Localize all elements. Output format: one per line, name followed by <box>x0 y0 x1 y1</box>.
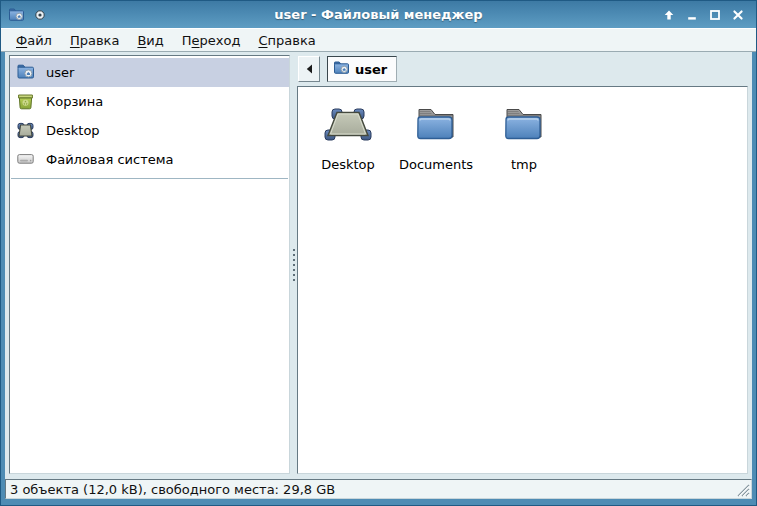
folder-icon <box>412 100 460 148</box>
label-part: правка <box>268 33 316 48</box>
file-name: Documents <box>399 157 473 172</box>
label-part: П <box>182 33 192 48</box>
file-name: Desktop <box>321 157 375 172</box>
triangle-left-icon <box>306 64 313 74</box>
pane-splitter[interactable] <box>290 55 297 474</box>
maximize-icon[interactable] <box>707 7 723 23</box>
file-item-desktop[interactable]: Desktop <box>304 98 392 172</box>
sidebar-item-label: Файловая система <box>46 152 174 167</box>
menu-view[interactable]: Вид <box>128 30 172 51</box>
titlebar[interactable]: user - Файловый менеджер <box>1 1 756 28</box>
home-folder-icon <box>15 63 35 83</box>
desktop-icon <box>324 100 372 148</box>
path-button-label: user <box>355 62 387 77</box>
icon-view[interactable]: Desktop Documents <box>297 86 748 474</box>
menu-help[interactable]: Справка <box>249 30 324 51</box>
label-part: реход <box>200 33 241 48</box>
trash-icon <box>15 92 35 112</box>
statusbar: 3 объекта (12,0 kB), свободного места: 2… <box>5 479 752 499</box>
drive-icon <box>15 150 35 170</box>
path-back-button[interactable] <box>298 56 320 82</box>
window-controls <box>661 7 746 23</box>
label-part: ид <box>146 33 163 48</box>
menubar: Файл Правка Вид Переход Справка <box>1 28 756 52</box>
home-folder-icon <box>333 60 350 78</box>
desktop-icon <box>15 121 35 141</box>
label-part: В <box>137 33 146 48</box>
menu-edit[interactable]: Правка <box>61 30 128 51</box>
shade-icon[interactable] <box>661 7 677 23</box>
label-part: С <box>258 33 267 48</box>
label-part: айл <box>27 33 52 48</box>
file-name: tmp <box>511 157 537 172</box>
folder-icon <box>500 100 548 148</box>
sidebar-item-desktop[interactable]: Desktop <box>10 116 289 145</box>
sidebar-item-label: user <box>46 65 74 80</box>
minimize-icon[interactable] <box>684 7 700 23</box>
window-body: user Корзина <box>5 52 752 499</box>
sidebar-item-trash[interactable]: Корзина <box>10 87 289 116</box>
menu-file[interactable]: Файл <box>7 30 61 51</box>
main-column: user <box>297 55 748 474</box>
label-part: П <box>70 33 80 48</box>
sidebar-separator <box>11 178 288 179</box>
path-button-user[interactable]: user <box>327 56 397 82</box>
content-area: user Корзина <box>5 52 752 479</box>
sidebar-item-filesystem[interactable]: Файловая система <box>10 145 289 174</box>
sidebar-item-label: Desktop <box>46 123 100 138</box>
menu-go[interactable]: Переход <box>173 30 250 51</box>
sidebar-item-user[interactable]: user <box>10 58 289 87</box>
window-title: user - Файловый менеджер <box>1 7 756 22</box>
resize-grip-icon[interactable] <box>735 482 750 497</box>
sidebar-item-label: Корзина <box>46 94 103 109</box>
file-item-tmp[interactable]: tmp <box>480 98 568 172</box>
file-manager-window: user - Файловый менеджер <box>0 0 757 506</box>
close-icon[interactable] <box>730 7 746 23</box>
file-item-documents[interactable]: Documents <box>392 98 480 172</box>
label-part: равка <box>80 33 120 48</box>
label-part: Ф <box>16 33 27 48</box>
indicator-icon <box>35 10 45 20</box>
window-icon[interactable] <box>8 7 25 22</box>
shortcuts-pane: user Корзина <box>9 55 290 474</box>
label-part: е <box>192 33 200 48</box>
pathbar: user <box>297 55 748 86</box>
status-text: 3 объекта (12,0 kB), свободного места: 2… <box>10 482 335 497</box>
